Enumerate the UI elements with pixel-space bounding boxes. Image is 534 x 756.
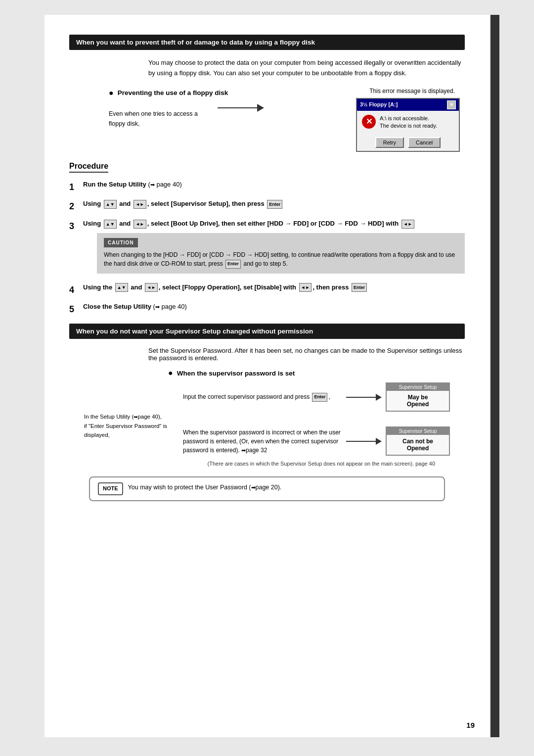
sv-row2: When the supervisor password is incorrec… (183, 426, 450, 456)
sv-box1-title: Supervisor Setup (387, 383, 449, 391)
sv-left-text: In the Setup Utility (➡page 40), if "Ent… (84, 382, 183, 439)
sv-box-may-be: Supervisor Setup May be Opened (386, 382, 450, 412)
sv-middle-area: Input the correct supervisor password an… (183, 382, 450, 456)
caution-text: When changing to the [HDD → FDD] or [CDD… (104, 250, 458, 269)
key-up-down-2: ▲▼ (104, 200, 117, 209)
step-num-5: 5 (69, 302, 83, 317)
sv-arrow2 (346, 438, 382, 445)
sv-box-cannot: Supervisor Setup Can not be Opened (386, 426, 450, 456)
dialog-close-icon[interactable]: ✕ (447, 100, 456, 109)
cancel-button[interactable]: Cancel (408, 137, 441, 148)
sub-note: (There are cases in which the Supervisor… (69, 461, 435, 467)
step-4: 4 Using the ▲▼ and ◄►, select [Floppy Op… (69, 283, 465, 297)
step-3: 3 Using ▲▼ and ◄►, select [Boot Up Drive… (69, 219, 465, 277)
step-num-3: 3 (69, 219, 83, 234)
section1-heading: When you want to prevent theft of or dam… (69, 35, 465, 50)
step-1-content: Run the Setup Utility (➡ page 40) (83, 180, 465, 190)
key-lr-2: ◄► (134, 200, 146, 209)
bullet-floppy-heading: Preventing the use of a floppy disk (109, 87, 336, 99)
procedure-section: Procedure 1 Run the Setup Utility (➡ pag… (69, 162, 465, 317)
section2-heading: When you do not want your Supervisor Set… (69, 324, 465, 339)
sv-box2-title: Supervisor Setup (387, 427, 449, 435)
key-lr-3: ◄► (134, 220, 146, 229)
sv-key1: Enter (312, 393, 327, 402)
sv-arrow1 (346, 394, 382, 401)
key-ud-4: ▲▼ (115, 283, 128, 292)
caution-label: CAUTION (104, 238, 138, 247)
floppy-left-text: Even when one tries to access a floppy d… (109, 104, 208, 129)
step-4-content: Using the ▲▼ and ◄►, select [Floppy Oper… (83, 283, 465, 293)
step-5-content: Close the Setup Utility (➡ page 40) (83, 302, 465, 312)
sv-box1-body: May be Opened (387, 391, 449, 411)
error-msg-label: This error message is displayed. (369, 87, 455, 96)
note-box: NOTE You may wish to protect the User Pa… (89, 476, 445, 501)
key-lr-4: ◄► (145, 283, 158, 292)
dialog-title: 3½ Floppy [A:] ✕ (357, 99, 459, 111)
key-enter-2: Enter (267, 200, 282, 209)
error-text: A:\ is not accessible. The device is not… (380, 115, 437, 130)
bullet-sv-heading: When the supervisor password is set (168, 369, 465, 378)
section1-intro: You may choose to protect the data on yo… (69, 58, 465, 152)
sv-box2-body: Can not be Opened (387, 435, 449, 455)
procedure-heading: Procedure (69, 162, 108, 173)
step-2: 2 Using ▲▼ and ◄►, select [Supervisor Se… (69, 199, 465, 214)
step-num-2: 2 (69, 199, 83, 214)
key-lr-3b: ◄► (401, 220, 414, 229)
supervisor-diagram: In the Setup Utility (➡page 40), if "Ent… (84, 382, 450, 456)
sv-row1: Input the correct supervisor password an… (183, 382, 450, 412)
step-num-4: 4 (69, 283, 83, 297)
section2-intro: Set the Supervisor Password. After it ha… (148, 347, 465, 362)
key-up-down-3: ▲▼ (104, 220, 117, 229)
caution-key: Enter (225, 260, 241, 269)
key-lr-4b: ◄► (299, 283, 312, 292)
key-enter-4: Enter (352, 283, 367, 292)
floppy-diagram: Even when one tries to access a floppy d… (109, 104, 336, 129)
error-dialog: 3½ Floppy [A:] ✕ ✕ A:\ is not accessible… (356, 98, 460, 152)
sv-row2-text: When the supervisor password is incorrec… (183, 428, 342, 455)
note-label: NOTE (98, 482, 123, 495)
section2-intro-area: Set the Supervisor Password. After it ha… (69, 347, 465, 378)
step-1: 1 Run the Setup Utility (➡ page 40) (69, 180, 465, 194)
step-5: 5 Close the Setup Utility (➡ page 40) (69, 302, 465, 317)
dialog-body: ✕ A:\ is not accessible. The device is n… (357, 111, 459, 134)
caution-box: CAUTION When changing to the [HDD → FDD]… (97, 233, 465, 274)
page-number: 19 (466, 721, 475, 729)
steps-list: 1 Run the Setup Utility (➡ page 40) 2 Us… (69, 180, 465, 317)
dialog-buttons: Retry Cancel (357, 134, 459, 151)
step-2-content: Using ▲▼ and ◄►, select [Supervisor Setu… (83, 199, 465, 209)
retry-button[interactable]: Retry (375, 137, 404, 148)
error-icon: ✕ (362, 115, 376, 129)
page: When you want to prevent theft of or dam… (44, 15, 490, 737)
step-num-1: 1 (69, 180, 83, 194)
step-3-content: Using ▲▼ and ◄►, select [Boot Up Drive],… (83, 219, 465, 277)
note-text: You may wish to protect the User Passwor… (128, 482, 282, 492)
sv-row1-text: Input the correct supervisor password an… (183, 392, 342, 402)
